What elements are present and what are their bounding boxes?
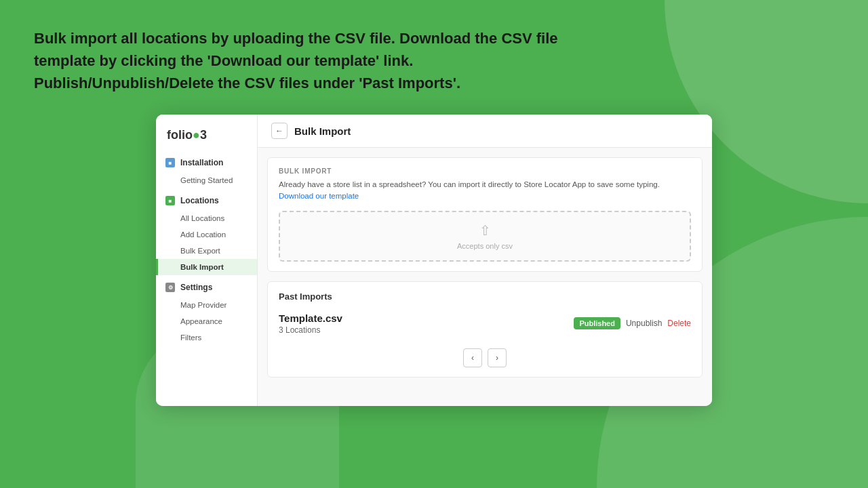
back-button[interactable]: ←	[271, 123, 288, 139]
import-filename: Template.csv	[279, 312, 342, 324]
upload-hint: Accepts only csv	[457, 242, 513, 250]
sidebar-item-bulk-import[interactable]: Bulk Import	[156, 259, 257, 275]
import-count: 3 Locations	[279, 325, 342, 335]
logo-folio: folio	[167, 128, 193, 142]
sidebar-item-all-locations[interactable]: All Locations	[156, 210, 257, 226]
pagination-prev[interactable]: ‹	[463, 348, 482, 367]
import-info: Template.csv 3 Locations	[279, 312, 342, 335]
installation-label: Installation	[180, 158, 223, 167]
sidebar-item-filters[interactable]: Filters	[156, 329, 257, 346]
download-template-link[interactable]: Download our template	[279, 192, 359, 200]
logo-text: folio●3	[167, 128, 207, 142]
logo-area: folio●3	[156, 123, 257, 153]
bulk-import-card: BULK IMPORT Already have a store list in…	[267, 157, 703, 272]
past-imports-card: Past Imports Template.csv 3 Locations Pu…	[267, 281, 703, 378]
logo-dot: ●	[193, 128, 200, 142]
sidebar-section-settings-header[interactable]: ⚙ Settings	[156, 278, 257, 297]
pagination: ‹ ›	[279, 348, 691, 367]
upload-area[interactable]: ⇧ Accepts only csv	[279, 211, 691, 262]
bulk-import-section-label: BULK IMPORT	[279, 167, 691, 175]
page-title: Bulk Import	[294, 125, 351, 137]
delete-link[interactable]: Delete	[667, 319, 691, 328]
sidebar-item-getting-started[interactable]: Getting Started	[156, 172, 257, 188]
sidebar-item-bulk-export[interactable]: Bulk Export	[156, 243, 257, 259]
import-row: Template.csv 3 Locations Published Unpub…	[279, 310, 691, 338]
past-imports-title: Past Imports	[279, 291, 691, 302]
sidebar-section-settings: ⚙ Settings Map Provider Appearance Filte…	[156, 278, 257, 346]
sidebar-section-installation: ■ Installation Getting Started	[156, 153, 257, 188]
bulk-import-description: Already have a store list in a spreadshe…	[279, 179, 691, 203]
pagination-next[interactable]: ›	[488, 348, 507, 367]
app-body: folio●3 ■ Installation Getting Started	[156, 115, 712, 406]
logo: folio●3	[167, 128, 246, 142]
upload-icon: ⇧	[479, 222, 491, 239]
locations-icon: ■	[165, 196, 175, 205]
app-window: folio●3 ■ Installation Getting Started	[156, 115, 712, 406]
installation-icon: ■	[165, 158, 175, 167]
sidebar-item-appearance[interactable]: Appearance	[156, 313, 257, 329]
sidebar-item-add-location[interactable]: Add Location	[156, 226, 257, 243]
published-badge: Published	[574, 317, 620, 329]
sidebar-section-locations: ■ Locations All Locations Add Location B…	[156, 191, 257, 275]
sidebar-item-map-provider[interactable]: Map Provider	[156, 297, 257, 313]
settings-label: Settings	[180, 283, 212, 292]
sidebar-section-installation-header[interactable]: ■ Installation	[156, 153, 257, 172]
settings-icon: ⚙	[165, 283, 175, 292]
sidebar-section-locations-header[interactable]: ■ Locations	[156, 191, 257, 210]
instruction-text: Bulk import all locations by uploading t…	[34, 27, 590, 94]
unpublish-link[interactable]: Unpublish	[626, 319, 662, 328]
sidebar: folio●3 ■ Installation Getting Started	[156, 115, 258, 406]
logo-number: 3	[200, 128, 207, 142]
content-header: ← Bulk Import	[258, 115, 712, 148]
locations-label: Locations	[180, 196, 219, 205]
import-actions: Published Unpublish Delete	[574, 317, 691, 329]
main-content: ← Bulk Import BULK IMPORT Already have a…	[258, 115, 712, 406]
